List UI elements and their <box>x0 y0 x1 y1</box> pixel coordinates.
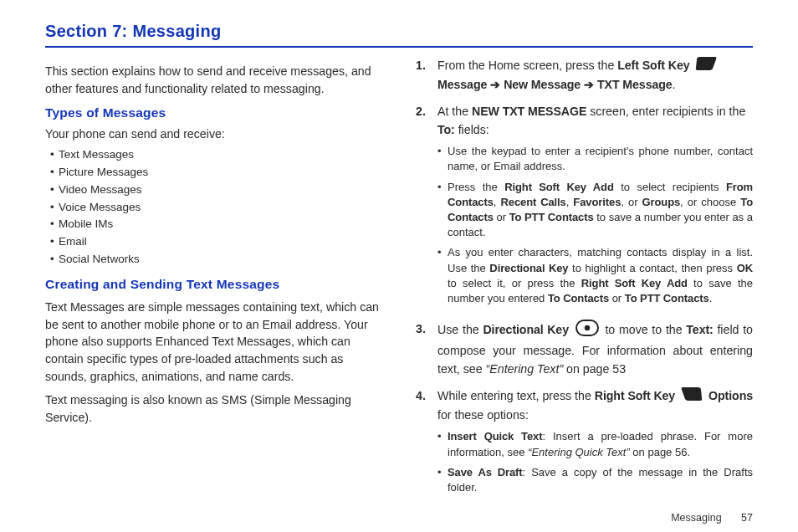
list-item: Use the keypad to enter a recipient's ph… <box>437 144 753 174</box>
footer-section-label: Messaging <box>671 512 721 524</box>
list-item: As you enter characters, matching contac… <box>437 245 753 306</box>
step-text: fields: <box>455 123 489 136</box>
quote-entering-text: “Entering Text” <box>486 362 564 376</box>
right-column: 1. From the Home screen, press the Left … <box>416 56 753 509</box>
label-right-soft-key: Right Soft Key <box>595 389 675 402</box>
label-new-txt-message-screen: NEW TXT MESSAGE <box>472 105 586 118</box>
arrow-icon: ➔ <box>584 78 594 91</box>
list-item: Email <box>50 233 382 251</box>
step-text: While entering text, press the <box>437 389 595 402</box>
svg-point-1 <box>584 325 589 330</box>
page-footer: Messaging 57 <box>671 512 753 524</box>
step-4-bullets: Insert Quick Text: Insert a pre-loaded p… <box>437 429 753 495</box>
types-list: Text Messages Picture Messages Video Mes… <box>50 146 382 269</box>
label-txt-message: TXT Message <box>597 78 673 91</box>
step-text: Use the <box>437 323 483 336</box>
step-2-bullets: Use the keypad to enter a recipient's ph… <box>437 144 753 306</box>
label-text-field: Text: <box>686 323 713 336</box>
step-number: 1. <box>416 56 429 94</box>
step-text: From the Home screen, press the <box>437 59 617 72</box>
list-item: Save As Draft: Save a copy of the messag… <box>437 465 753 495</box>
list-item: Video Messages <box>50 182 382 199</box>
intro-paragraph: This section explains how to send and re… <box>45 63 382 97</box>
types-intro: Your phone can send and receive: <box>45 125 382 143</box>
step-text: to move to the <box>605 323 686 336</box>
list-item: Press the Right Soft Key Add to select r… <box>437 180 753 241</box>
arrow-icon: ➔ <box>490 78 500 91</box>
label-to: To: <box>437 123 455 136</box>
creating-paragraph-1: Text Messages are simple messages contai… <box>45 299 382 385</box>
period: . <box>673 78 676 91</box>
page-number: 57 <box>741 512 753 524</box>
step-3: 3. Use the Directional Key to move to th… <box>416 320 753 378</box>
types-heading: Types of Messages <box>45 105 382 120</box>
list-item: Mobile IMs <box>50 216 382 233</box>
step-text: on page 53 <box>563 362 626 376</box>
step-number: 3. <box>416 320 429 378</box>
step-2: 2. At the NEW TXT MESSAGE screen, enter … <box>416 102 753 311</box>
section-title: Section 7: Messaging <box>45 22 753 48</box>
step-4: 4. While entering text, press the Right … <box>416 386 753 500</box>
creating-heading: Creating and Sending Text Messages <box>45 277 382 292</box>
step-number: 4. <box>416 386 429 500</box>
creating-paragraph-2: Text messaging is also known as SMS (Sim… <box>45 391 382 426</box>
directional-key-icon <box>575 320 599 341</box>
label-options: Options <box>708 389 753 402</box>
label-left-soft-key: Left Soft Key <box>617 59 689 72</box>
list-item: Text Messages <box>50 146 382 164</box>
label-new-message: New Message <box>504 78 581 91</box>
list-item: Picture Messages <box>50 164 382 182</box>
label-directional-key: Directional Key <box>483 323 569 336</box>
step-1: 1. From the Home screen, press the Left … <box>416 56 753 94</box>
step-number: 2. <box>416 102 429 311</box>
left-column: This section explains how to send and re… <box>45 56 382 509</box>
step-text: for these options: <box>437 408 529 422</box>
label-message: Message <box>437 78 487 91</box>
list-item: Social Networks <box>50 251 382 269</box>
step-text: screen, enter recipients in the <box>586 105 745 118</box>
right-soft-key-icon <box>681 387 703 406</box>
step-text: At the <box>437 105 472 118</box>
list-item: Insert Quick Text: Insert a pre-loaded p… <box>437 429 753 459</box>
list-item: Voice Messages <box>50 199 382 217</box>
left-soft-key-icon <box>695 57 717 75</box>
